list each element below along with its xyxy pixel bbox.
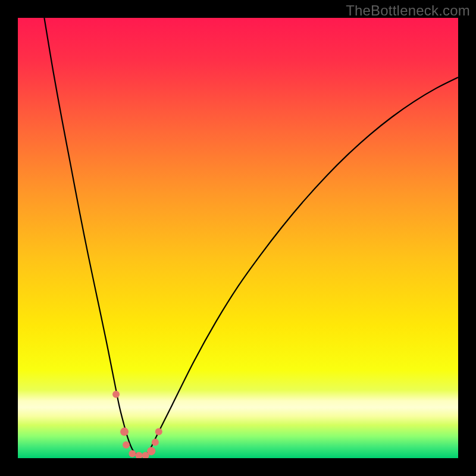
plot-area	[18, 18, 458, 458]
watermark-text: TheBottleneck.com	[346, 2, 470, 19]
data-marker	[129, 450, 136, 458]
data-marker	[120, 428, 129, 436]
bottleneck-chart	[18, 18, 458, 458]
data-marker	[147, 447, 155, 455]
chart-frame: TheBottleneck.com	[0, 0, 476, 476]
data-marker	[152, 439, 159, 446]
data-marker	[155, 428, 162, 436]
data-marker	[123, 441, 130, 449]
data-marker	[112, 391, 120, 398]
gradient-background	[18, 18, 458, 458]
